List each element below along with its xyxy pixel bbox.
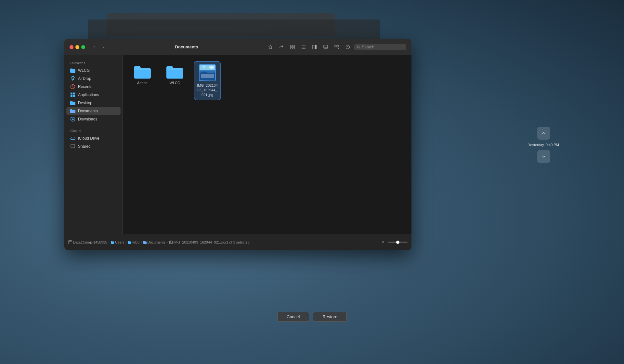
- folder-small-icon: [111, 241, 114, 244]
- title-bar: ‹ › Documents: [64, 39, 411, 55]
- zoom-controls: ✕: [380, 240, 408, 245]
- file-name-wlcg: WLCG: [170, 81, 180, 85]
- notification-widget: Yesterday, 9:40 PM: [528, 127, 559, 163]
- sidebar-item-applications[interactable]: Applications: [66, 91, 121, 99]
- column-view-button[interactable]: [310, 43, 319, 52]
- sidebar-label-shared: Shared: [78, 144, 91, 149]
- svg-rect-9: [314, 45, 316, 49]
- sidebar-item-icloud-drive[interactable]: iCloud Drive: [66, 134, 121, 142]
- search-icon: [357, 45, 360, 49]
- sidebar-item-documents[interactable]: Documents: [66, 107, 121, 115]
- breadcrumb-wlcg-label: wlcg: [132, 240, 139, 244]
- file-thumbnail: [199, 64, 216, 81]
- icloud-icon: [70, 136, 75, 141]
- cancel-button[interactable]: Cancel: [277, 312, 309, 322]
- breadcrumb-image-label: IMG_20210403_162944_021.jpg: [174, 240, 226, 244]
- notif-up-button[interactable]: [537, 127, 550, 140]
- svg-rect-14: [335, 45, 336, 47]
- window-title: Documents: [110, 44, 263, 49]
- breadcrumb-disk-label: Data@snap-1456935: [73, 240, 107, 244]
- breadcrumb-documents-label: Documents: [148, 240, 166, 244]
- svg-point-34: [202, 66, 205, 68]
- svg-rect-0: [269, 47, 272, 49]
- forward-button[interactable]: ›: [99, 43, 107, 51]
- sidebar-item-downloads[interactable]: Downloads: [66, 115, 121, 123]
- documents-icon: [70, 108, 75, 114]
- sidebar-item-airdrop[interactable]: AirDrop: [66, 75, 121, 82]
- home-button[interactable]: [266, 43, 275, 52]
- svg-point-38: [170, 241, 171, 242]
- applications-icon: [70, 92, 75, 97]
- sidebar-item-wlcg[interactable]: WLCG: [66, 67, 121, 74]
- sidebar-label-applications: Applications: [78, 93, 99, 97]
- search-input[interactable]: [362, 45, 404, 49]
- breadcrumb: Data@snap-1456935 › Users › wlcg ›: [68, 240, 378, 244]
- sidebar-item-shared[interactable]: Shared: [66, 143, 121, 150]
- file-name-adobe: Adobe: [137, 81, 148, 85]
- share-button[interactable]: [277, 43, 286, 52]
- breadcrumb-disk[interactable]: Data@snap-1456935: [68, 240, 107, 244]
- notification-time: Yesterday, 9:40 PM: [528, 143, 559, 147]
- file-item-img[interactable]: IMG_20210403_162944_021.jpg: [194, 62, 220, 100]
- sidebar-item-recents[interactable]: Recents: [66, 83, 121, 91]
- folder-small-icon-2: [128, 241, 131, 244]
- downloads-icon: [70, 117, 75, 122]
- view-options-button[interactable]: [332, 43, 341, 52]
- sidebar-item-desktop[interactable]: Desktop: [66, 99, 121, 107]
- sidebar-icloud-header: iCloud: [64, 127, 123, 134]
- bottom-buttons: Cancel Restore: [277, 312, 347, 322]
- status-bar: Data@snap-1456935 › Users › wlcg ›: [64, 234, 411, 250]
- svg-rect-28: [71, 144, 75, 148]
- icon-view-button[interactable]: [288, 43, 297, 52]
- svg-rect-26: [73, 95, 75, 97]
- file-item-adobe[interactable]: Adobe: [129, 62, 155, 100]
- notif-down-button[interactable]: [537, 150, 550, 163]
- close-button[interactable]: [70, 45, 73, 49]
- sidebar-favorites-header: Favorites: [64, 59, 123, 66]
- svg-rect-25: [71, 95, 72, 97]
- close-x-button[interactable]: ✕: [380, 240, 385, 245]
- sidebar-label-wlcg: WLCG: [78, 68, 90, 73]
- sidebar-label-documents: Documents: [78, 109, 98, 113]
- svg-rect-10: [316, 45, 317, 49]
- sidebar-label-downloads: Downloads: [78, 117, 97, 121]
- breadcrumb-documents[interactable]: Documents: [143, 240, 166, 244]
- breadcrumb-image[interactable]: IMG_20210403_162944_021.jpg: [169, 240, 226, 244]
- folder-icon-adobe: [134, 64, 151, 79]
- search-box: [354, 44, 406, 50]
- toolbar-icons: [266, 43, 406, 52]
- svg-rect-1: [291, 45, 292, 47]
- file-item-wlcg[interactable]: WLCG: [162, 62, 188, 100]
- maximize-button[interactable]: [81, 45, 85, 49]
- list-view-button[interactable]: [299, 43, 308, 52]
- sidebar: Favorites WLCG AirDrop: [64, 55, 123, 234]
- disk-icon: [68, 240, 72, 244]
- image-preview: [200, 64, 215, 81]
- sidebar-label-desktop: Desktop: [78, 101, 92, 105]
- breadcrumb-wlcg[interactable]: wlcg: [128, 240, 139, 244]
- svg-rect-2: [293, 45, 294, 47]
- sidebar-label-airdrop: AirDrop: [78, 76, 91, 81]
- folder-icon-wlcg: [166, 64, 183, 79]
- back-button[interactable]: ‹: [90, 43, 98, 51]
- svg-rect-24: [73, 93, 75, 94]
- folder-small-docs-icon: [143, 241, 147, 244]
- svg-point-18: [357, 45, 359, 47]
- file-area: Adobe WLCG: [123, 55, 411, 234]
- svg-rect-23: [71, 93, 72, 94]
- breadcrumb-users-label: Users: [115, 240, 124, 244]
- minimize-button[interactable]: [75, 45, 79, 49]
- zoom-slider[interactable]: [388, 242, 408, 243]
- restore-button[interactable]: Restore: [313, 312, 347, 322]
- breadcrumb-users[interactable]: Users: [111, 240, 124, 244]
- desktop-icon: [70, 100, 75, 106]
- airdrop-icon: [70, 76, 75, 81]
- shared-icon: [70, 144, 75, 149]
- selection-info: 1 of 3 selected: [226, 240, 250, 244]
- gallery-view-button[interactable]: [321, 43, 330, 52]
- sidebar-label-recents: Recents: [78, 84, 92, 89]
- file-grid: Adobe WLCG: [129, 62, 405, 100]
- svg-rect-36: [69, 241, 72, 242]
- actions-button[interactable]: [343, 43, 352, 52]
- sidebar-label-icloud-drive: iCloud Drive: [78, 136, 99, 141]
